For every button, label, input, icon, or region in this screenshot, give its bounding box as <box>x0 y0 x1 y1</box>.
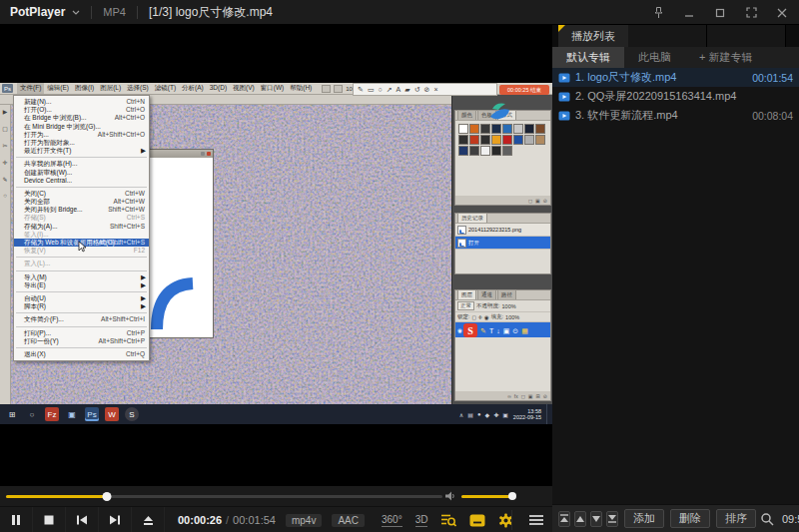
ps-menu-item: 文件(F) <box>17 83 44 94</box>
annotation-icon: ↺ <box>414 86 420 93</box>
style-swatch <box>458 146 468 156</box>
next-button[interactable] <box>99 507 132 532</box>
menu-item-label: 在 Bridge 中浏览(B)... <box>24 114 86 121</box>
view-3d-button[interactable]: 3D <box>415 514 428 527</box>
window-title: [1/3] logo尺寸修改.mp4 <box>149 4 273 21</box>
panel-tab-playlist[interactable]: 播放列表 <box>558 25 628 47</box>
menu-item-shortcut: Alt+Ctrl+W <box>114 198 145 206</box>
qq-tool-icon: ▦ <box>521 327 528 334</box>
panel-tab-ghost[interactable] <box>707 25 786 47</box>
style-swatch <box>469 124 479 134</box>
menu-item: 导出(E) ▶ <box>14 281 149 289</box>
style-swatch <box>502 135 512 145</box>
styles-panel: 颜色色板样式 ◻▣⊘ <box>454 110 551 206</box>
ps-menu-item: 编辑(E) <box>44 83 72 94</box>
album-tab-label: + 新建专辑 <box>699 50 752 65</box>
ps-menu-item: 图层(L) <box>97 83 124 94</box>
search-icon[interactable] <box>760 512 774 526</box>
minimize-button[interactable] <box>682 5 696 21</box>
menu-item <box>16 187 147 188</box>
seek-thumb[interactable] <box>102 492 111 501</box>
move-top-button[interactable] <box>558 511 570 527</box>
qq-tool-icon: ▣ <box>503 327 510 334</box>
style-swatch <box>491 124 501 134</box>
annotation-toolbar: ✎▭○↗A▰↺⊘× <box>353 83 497 96</box>
subtitle-button[interactable] <box>469 514 485 527</box>
panel-tab: 历史记录 <box>457 213 487 223</box>
menu-item-label: 新建(N)... <box>24 98 51 105</box>
playlist-item[interactable]: 1. logo尺寸修改.mp4 00:01:54 <box>552 68 799 87</box>
move-bottom-button[interactable] <box>606 511 618 527</box>
fullscreen-button[interactable] <box>744 5 758 21</box>
show-desktop-button <box>546 404 549 424</box>
tray-clock: 13:58 2022-09-15 <box>513 408 541 421</box>
style-swatch <box>480 146 490 156</box>
audio-codec-badge: AAC <box>332 514 365 527</box>
style-swatch <box>480 124 490 134</box>
submenu-arrow-icon: ▶ <box>141 273 146 281</box>
qq-recorder-toolbar: S ✎T↓▣⊙▦ <box>463 322 549 338</box>
menu-item-shortcut: Alt+Shift+Ctrl+I <box>101 315 145 323</box>
eject-button[interactable] <box>132 507 165 532</box>
pin-button[interactable] <box>651 5 665 21</box>
maximize-button[interactable] <box>713 5 727 21</box>
delete-button[interactable]: 删除 <box>670 509 710 528</box>
current-time: 00:00:26 <box>178 514 222 526</box>
brush-tool-icon: ✎ <box>2 176 7 183</box>
tray-icon: ▤ <box>467 411 473 418</box>
menu-item: Device Central... <box>14 177 149 185</box>
playlist-item[interactable]: 2. QQ录屏20220915163414.mp4 <box>552 87 799 106</box>
stop-button[interactable] <box>33 507 66 532</box>
close-button[interactable] <box>775 5 789 21</box>
ps-menu-item: 选择(S) <box>124 83 152 94</box>
menu-item-label: 关闭并转到 Bridge... <box>24 206 83 213</box>
pause-button[interactable] <box>0 507 33 532</box>
ps-menu-item: 滤镜(T) <box>152 83 179 94</box>
menu-item-label: 关闭全部 <box>24 198 50 205</box>
menu-item: 打开为智能对象... <box>14 139 149 147</box>
menu-item-label: 自动(U) <box>24 294 46 301</box>
menu-item: 打开(O)... Ctrl+O <box>14 106 149 114</box>
ps-file-menu: 新建(N)... Ctrl+N 打开(O)... Ctrl+O 在 Bridge… <box>13 95 150 361</box>
menu-item-label: 打开为... <box>24 131 49 138</box>
divider <box>137 6 138 19</box>
album-tab[interactable]: 默认专辑 <box>552 47 624 68</box>
menu-item-shortcut: Alt+Shift+Ctrl+O <box>98 131 145 139</box>
tray-date: 2022-09-15 <box>513 414 541 420</box>
volume-slider[interactable] <box>461 495 515 498</box>
app-title[interactable]: PotPlayer <box>10 5 65 19</box>
menu-button[interactable] <box>519 507 552 532</box>
menu-item: 在 Mini Bridge 中浏览(G)... <box>14 123 149 131</box>
previous-button[interactable] <box>66 507 99 532</box>
ps-tool-strip: ▶ ▢ ✂ ✛ ✎ ○ <box>0 105 11 404</box>
volume-thumb[interactable] <box>508 492 516 500</box>
media-file-icon <box>558 110 570 122</box>
album-tab[interactable]: + 新建专辑 <box>685 47 766 68</box>
view-360-button[interactable]: 360° <box>382 514 402 527</box>
media-file-icon <box>558 91 570 103</box>
menu-item: 最近打开文件(T) ▶ <box>14 147 149 155</box>
ps-menu-item: 3D(D) <box>207 83 230 94</box>
seek-bar[interactable] <box>6 495 442 498</box>
menu-item-label: 文件简介(F)... <box>24 315 64 322</box>
video-surface[interactable]: Ps 文件(F)编辑(E)图像(I)图层(L)选择(S)滤镜(T)分析(A)3D… <box>0 25 552 486</box>
add-button[interactable]: 添加 <box>624 509 664 528</box>
qq-impress-logo <box>486 101 512 123</box>
sort-button[interactable]: 排序 <box>716 509 756 528</box>
move-down-button[interactable] <box>590 511 602 527</box>
logo-artwork <box>149 158 213 337</box>
annotation-icon: × <box>433 86 437 93</box>
speaker-icon[interactable] <box>444 491 456 501</box>
scene-search-button[interactable] <box>440 513 456 527</box>
move-up-button[interactable] <box>574 511 586 527</box>
album-tab[interactable]: 此电脑 <box>624 47 685 68</box>
menu-item-shortcut: Ctrl+S <box>127 214 145 222</box>
menu-item-shortcut: Shift+Ctrl+S <box>110 223 145 231</box>
album-tab-label: 此电脑 <box>638 50 671 65</box>
panel-tab-ghost[interactable] <box>628 25 707 47</box>
opacity-value: 100% <box>502 303 516 309</box>
playlist-item[interactable]: 3. 软件更新流程.mp4 00:08:04 <box>552 106 799 125</box>
submenu-arrow-icon: ▶ <box>141 147 146 155</box>
menu-item-label: 恢复(V) <box>24 247 46 254</box>
annotation-icon: A <box>397 86 401 93</box>
